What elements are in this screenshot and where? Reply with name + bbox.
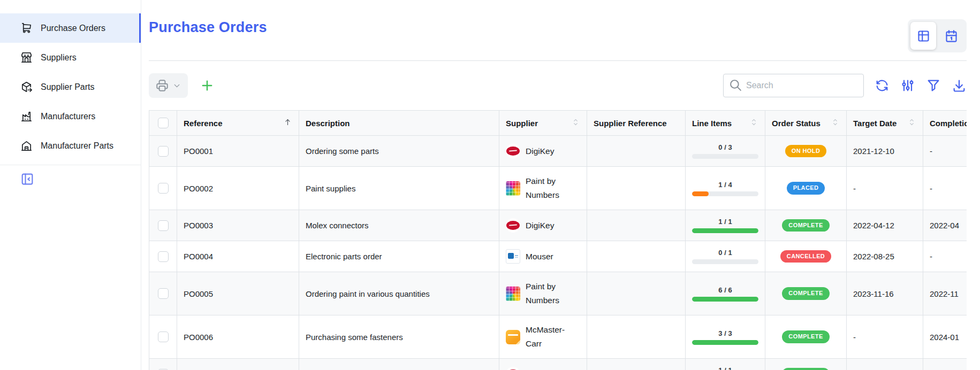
order-status-cell: ON HOLD <box>765 136 847 167</box>
search-input[interactable] <box>723 74 864 97</box>
sidebar-item-manufacturers[interactable]: Manufacturers <box>0 102 141 131</box>
sort-toggle-icon[interactable] <box>831 118 840 128</box>
sidebar-collapse-button[interactable] <box>19 172 35 188</box>
column-header[interactable]: Supplier <box>499 111 587 136</box>
target-date-cell: 2022-08-25 <box>847 241 923 272</box>
table-view-icon <box>916 29 931 43</box>
package-export-icon <box>20 81 33 93</box>
sidebar: Purchase Orders Suppliers Supplier Parts… <box>0 0 141 370</box>
target-date-cell: 2022-04-12 <box>847 210 923 241</box>
supplier-cell: Paint by Numbers <box>499 272 587 315</box>
column-header[interactable]: Supplier Reference <box>587 111 686 136</box>
table-row[interactable]: PO0005 Ordering paint in various quantit… <box>149 272 967 315</box>
supplier-reference-cell <box>587 136 686 167</box>
mcmaster-logo <box>506 330 520 344</box>
column-header-label: Order Status <box>772 119 821 128</box>
column-header[interactable]: Reference <box>177 111 299 136</box>
line-items-count: 1 / 1 <box>718 218 732 226</box>
filter-button[interactable] <box>926 78 941 93</box>
sort-ascending-icon[interactable] <box>283 118 292 128</box>
supplier-name: Paint by Numbers <box>526 280 580 307</box>
sidebar-items: Purchase Orders Suppliers Supplier Parts… <box>0 13 141 160</box>
refresh-icon <box>875 78 890 93</box>
line-items-count: 0 / 1 <box>718 249 732 257</box>
plus-icon <box>200 78 215 93</box>
table-view-button[interactable] <box>910 22 936 50</box>
select-all-cell <box>149 111 177 136</box>
sidebar-divider <box>0 165 141 165</box>
factory-icon <box>20 110 33 122</box>
status-badge: COMPLETE <box>782 287 829 299</box>
table-row[interactable]: PO0001 Ordering some parts DigiKey 0 / 3… <box>149 136 967 167</box>
column-header-label: Target Date <box>853 119 897 128</box>
column-header[interactable]: Line Items <box>686 111 765 136</box>
status-badge: COMPLETE <box>782 330 829 343</box>
completion-date-cell: 2024-01 <box>923 315 967 359</box>
supplier-name: DigiKey <box>526 144 554 158</box>
progress-bar <box>692 228 758 233</box>
digikey-logo <box>506 144 520 158</box>
sidebar-item-manufacturer-parts[interactable]: Manufacturer Parts <box>0 131 141 160</box>
column-header[interactable]: Target Date <box>847 111 923 136</box>
select-all-checkbox[interactable] <box>158 118 169 128</box>
row-checkbox[interactable] <box>158 251 169 262</box>
description-cell: Electronic parts order <box>299 241 499 272</box>
supplier-reference-cell <box>587 167 686 210</box>
row-select-cell <box>149 315 177 359</box>
column-header[interactable]: Description <box>299 111 499 136</box>
column-header-label: Supplier Reference <box>594 119 667 128</box>
sidebar-item-label: Purchase Orders <box>41 24 105 33</box>
column-header[interactable]: Order Status <box>765 111 847 136</box>
completion-date-cell: 2022-04 <box>923 210 967 241</box>
sort-toggle-icon[interactable] <box>571 118 580 128</box>
row-checkbox[interactable] <box>158 183 169 194</box>
table-row[interactable]: PO0002 Paint supplies Paint by Numbers 1… <box>149 167 967 210</box>
supplier-reference-cell <box>587 359 686 370</box>
refresh-button[interactable] <box>875 78 890 93</box>
sidebar-item-purchase-orders[interactable]: Purchase Orders <box>0 13 141 43</box>
column-header[interactable]: Completion Date <box>923 111 967 136</box>
target-date-cell: - <box>847 315 923 359</box>
reference-cell: PO0007 <box>177 359 299 370</box>
paint-logo <box>506 181 520 196</box>
line-items-cell: 0 / 3 <box>686 136 765 167</box>
table-row[interactable]: PO0006 Purchasing some fasteners McMaste… <box>149 315 967 359</box>
row-checkbox[interactable] <box>158 146 169 157</box>
sort-toggle-icon[interactable] <box>907 118 916 128</box>
print-actions-button[interactable] <box>149 73 188 98</box>
supplier-cell: DigiKey <box>499 210 587 241</box>
table-header: Reference Description Supplier Supplier … <box>149 111 967 136</box>
order-status-cell: COMPLETE <box>765 272 847 315</box>
add-purchase-order-button[interactable] <box>200 78 215 93</box>
progress-bar <box>692 191 758 196</box>
order-status-cell: COMPLETE <box>765 359 847 370</box>
supplier-name: Paint by Numbers <box>526 174 580 202</box>
column-header-label: Description <box>306 119 350 128</box>
description-cell: Molex connectors <box>299 210 499 241</box>
line-items-cell: 1 / 4 <box>686 167 765 210</box>
row-checkbox[interactable] <box>158 288 169 299</box>
paint-logo <box>506 287 520 301</box>
line-items-cell: 0 / 1 <box>686 241 765 272</box>
table-row[interactable]: PO0004 Electronic parts order Mouser 0 /… <box>149 241 967 272</box>
status-badge: COMPLETE <box>782 219 829 232</box>
sidebar-item-supplier-parts[interactable]: Supplier Parts <box>0 72 141 102</box>
calendar-view-button[interactable] <box>938 22 964 50</box>
page-header: Purchase Orders <box>149 19 967 52</box>
download-button[interactable] <box>952 78 967 93</box>
supplier-reference-cell <box>587 241 686 272</box>
sidebar-item-suppliers[interactable]: Suppliers <box>0 43 141 72</box>
row-checkbox[interactable] <box>158 220 169 231</box>
printer-icon <box>155 79 169 92</box>
column-settings-button[interactable] <box>900 78 915 93</box>
sort-toggle-icon[interactable] <box>749 118 758 128</box>
supplier-reference-cell <box>587 315 686 359</box>
row-checkbox[interactable] <box>158 332 169 342</box>
table-row[interactable]: PO0007 Molex connectors DigiKey 1 / 1 CO… <box>149 359 967 370</box>
line-items-cell: 1 / 1 <box>686 359 765 370</box>
warehouse-icon <box>20 140 33 152</box>
supplier-cell: McMaster-Carr <box>499 315 587 359</box>
sidebar-item-label: Supplier Parts <box>41 82 95 92</box>
table-row[interactable]: PO0003 Molex connectors DigiKey 1 / 1 CO… <box>149 210 967 241</box>
mouser-logo <box>506 249 520 264</box>
